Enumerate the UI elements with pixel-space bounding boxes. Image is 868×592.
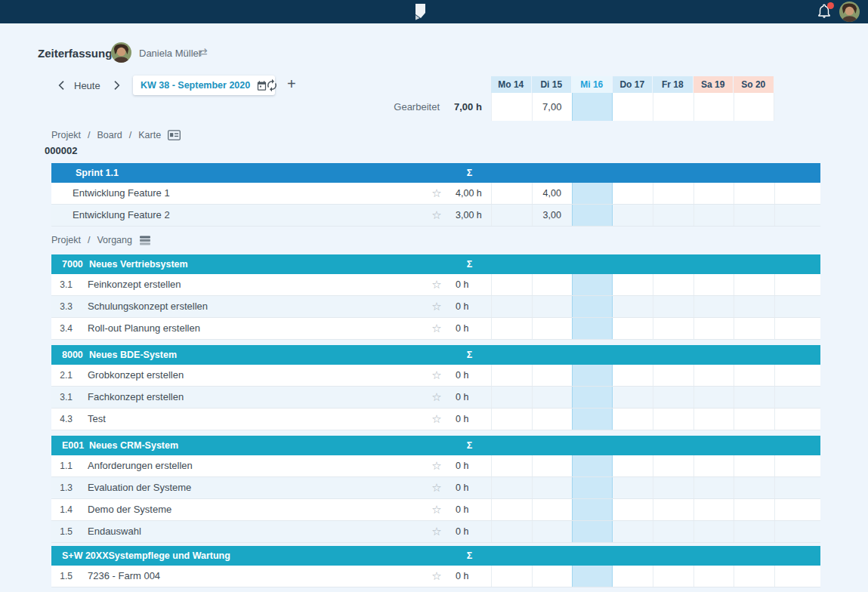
time-entry-cell[interactable] bbox=[572, 477, 613, 498]
time-entry-cell[interactable] bbox=[613, 296, 653, 317]
time-entry-cell[interactable] bbox=[734, 455, 774, 476]
user-avatar[interactable] bbox=[839, 2, 860, 22]
time-entry-cell[interactable] bbox=[693, 318, 734, 339]
time-entry-cell[interactable] bbox=[532, 409, 573, 430]
time-entry-cell[interactable] bbox=[572, 499, 613, 520]
time-entry-cell[interactable] bbox=[693, 274, 734, 295]
time-entry-cell[interactable] bbox=[734, 521, 774, 542]
time-entry-cell[interactable] bbox=[491, 409, 532, 430]
time-entry-cell[interactable] bbox=[491, 387, 532, 408]
favorite-star-icon[interactable]: ☆ bbox=[425, 477, 448, 498]
time-entry-cell[interactable] bbox=[491, 455, 532, 476]
time-entry-cell[interactable] bbox=[693, 455, 734, 476]
time-entry-cell[interactable] bbox=[653, 205, 693, 226]
time-entry-cell[interactable] bbox=[491, 183, 532, 204]
task-row[interactable]: Entwicklung Feature 1☆4,00 h4,00 bbox=[51, 183, 820, 205]
time-entry-cell[interactable] bbox=[734, 477, 774, 498]
time-entry-cell[interactable] bbox=[734, 274, 774, 295]
favorite-star-icon[interactable]: ☆ bbox=[425, 183, 448, 204]
day-header-cell[interactable]: Mi 16 bbox=[572, 76, 612, 93]
time-entry-cell[interactable] bbox=[734, 296, 774, 317]
time-entry-cell[interactable] bbox=[653, 566, 693, 587]
time-entry-cell[interactable] bbox=[491, 365, 532, 386]
time-entry-cell[interactable] bbox=[653, 499, 693, 520]
time-entry-cell[interactable] bbox=[613, 455, 653, 476]
time-entry-cell[interactable]: 3,00 bbox=[532, 205, 573, 226]
time-entry-cell[interactable] bbox=[653, 274, 693, 295]
time-entry-cell[interactable] bbox=[653, 521, 693, 542]
add-entry-button[interactable]: + bbox=[287, 76, 296, 93]
time-entry-cell[interactable] bbox=[491, 566, 532, 587]
breadcrumb-item[interactable]: Projekt bbox=[51, 235, 81, 245]
day-header-cell[interactable]: Mo 14 bbox=[491, 76, 531, 93]
task-row[interactable]: 1.5Endauswahl☆0 h bbox=[51, 521, 820, 543]
time-entry-cell[interactable] bbox=[613, 477, 653, 498]
time-entry-cell[interactable] bbox=[572, 566, 613, 587]
notifications-bell-icon[interactable] bbox=[816, 3, 834, 21]
time-entry-cell[interactable] bbox=[693, 387, 734, 408]
day-header-cell[interactable]: Fr 18 bbox=[653, 76, 693, 93]
favorite-star-icon[interactable]: ☆ bbox=[425, 365, 448, 386]
time-entry-cell[interactable] bbox=[613, 566, 653, 587]
week-selector[interactable]: KW 38 - September 2020 bbox=[133, 76, 275, 95]
favorite-star-icon[interactable]: ☆ bbox=[425, 205, 448, 226]
time-entry-cell[interactable] bbox=[491, 499, 532, 520]
time-entry-cell[interactable] bbox=[532, 296, 573, 317]
table-header-sprint-1-1[interactable]: Sprint 1.1Σ bbox=[51, 163, 820, 183]
time-entry-cell[interactable] bbox=[613, 183, 653, 204]
breadcrumb-item[interactable]: Karte bbox=[138, 130, 161, 140]
favorite-star-icon[interactable]: ☆ bbox=[425, 521, 448, 542]
time-entry-cell[interactable] bbox=[572, 365, 613, 386]
time-entry-cell[interactable] bbox=[532, 499, 573, 520]
time-entry-cell[interactable] bbox=[532, 365, 573, 386]
task-row[interactable]: 1.57236 - Farm 004☆0 h bbox=[51, 566, 820, 587]
time-entry-cell[interactable] bbox=[693, 205, 734, 226]
time-entry-cell[interactable] bbox=[572, 296, 613, 317]
favorite-star-icon[interactable]: ☆ bbox=[425, 296, 448, 317]
time-entry-cell[interactable] bbox=[491, 318, 532, 339]
time-entry-cell[interactable] bbox=[734, 183, 774, 204]
refresh-icon[interactable] bbox=[265, 79, 279, 95]
time-entry-cell[interactable] bbox=[572, 387, 613, 408]
time-entry-cell[interactable] bbox=[532, 274, 573, 295]
favorite-star-icon[interactable]: ☆ bbox=[425, 387, 448, 408]
favorite-star-icon[interactable]: ☆ bbox=[425, 409, 448, 430]
time-entry-cell[interactable] bbox=[572, 521, 613, 542]
switch-user-icon[interactable]: ⇄ bbox=[198, 45, 208, 59]
time-entry-cell[interactable] bbox=[653, 387, 693, 408]
time-entry-cell[interactable] bbox=[653, 365, 693, 386]
breadcrumb-item[interactable]: Vorgang bbox=[97, 235, 132, 245]
day-header-cell[interactable]: Do 17 bbox=[613, 76, 653, 93]
favorite-star-icon[interactable]: ☆ bbox=[425, 318, 448, 339]
time-entry-cell[interactable] bbox=[572, 205, 613, 226]
time-entry-cell[interactable] bbox=[613, 318, 653, 339]
time-entry-cell[interactable] bbox=[653, 183, 693, 204]
day-header-cell[interactable]: Di 15 bbox=[532, 76, 572, 93]
time-entry-cell[interactable] bbox=[653, 455, 693, 476]
time-entry-cell[interactable] bbox=[653, 477, 693, 498]
time-entry-cell[interactable] bbox=[491, 274, 532, 295]
time-entry-cell[interactable] bbox=[693, 499, 734, 520]
task-row[interactable]: 1.1Anforderungen erstellen☆0 h bbox=[51, 455, 820, 477]
time-entry-cell[interactable] bbox=[532, 318, 573, 339]
time-entry-cell[interactable] bbox=[693, 409, 734, 430]
time-entry-cell[interactable] bbox=[572, 183, 613, 204]
time-entry-cell[interactable] bbox=[653, 318, 693, 339]
time-entry-cell[interactable] bbox=[613, 499, 653, 520]
time-entry-cell[interactable] bbox=[734, 499, 774, 520]
task-row[interactable]: 3.4Roll-out Planung erstellen☆0 h bbox=[51, 318, 820, 340]
time-entry-cell[interactable] bbox=[572, 409, 613, 430]
time-entry-cell[interactable] bbox=[613, 274, 653, 295]
time-entry-cell[interactable] bbox=[613, 387, 653, 408]
time-entry-cell[interactable] bbox=[734, 365, 774, 386]
favorite-star-icon[interactable]: ☆ bbox=[425, 566, 448, 587]
time-entry-cell[interactable] bbox=[734, 387, 774, 408]
table-header-8000[interactable]: 8000Neues BDE-SystemΣ bbox=[51, 345, 820, 365]
day-header-cell[interactable]: Sa 19 bbox=[693, 76, 734, 93]
favorite-star-icon[interactable]: ☆ bbox=[425, 274, 448, 295]
task-row[interactable]: 1.4Demo der Systeme☆0 h bbox=[51, 499, 820, 521]
next-week-button[interactable] bbox=[110, 79, 122, 94]
time-entry-cell[interactable] bbox=[613, 205, 653, 226]
time-entry-cell[interactable] bbox=[532, 521, 573, 542]
time-entry-cell[interactable] bbox=[613, 521, 653, 542]
